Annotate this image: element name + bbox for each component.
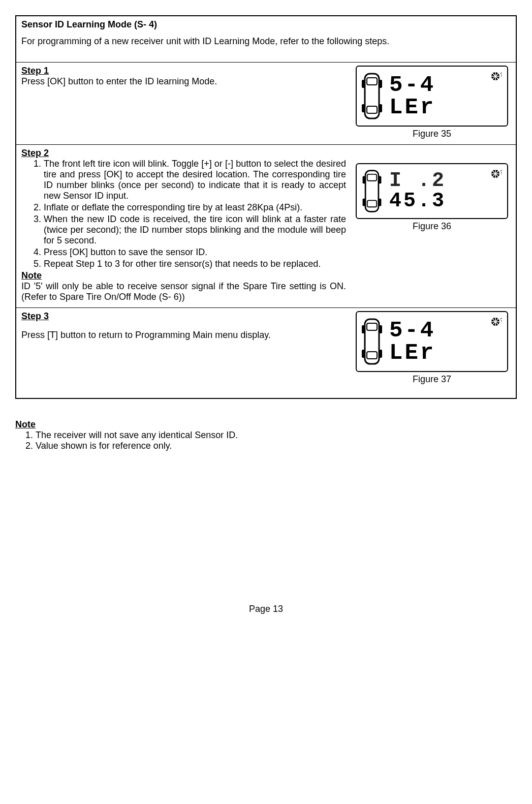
step2-cell: Step 2 The front left tire icon will bli… (16, 145, 516, 308)
step2-note-label: Note (21, 270, 42, 281)
figure37-caption: Figure 37 (413, 374, 451, 385)
step2-item-3: When the new ID code is received, the ti… (44, 214, 346, 246)
svg-text:?: ? (500, 318, 502, 323)
step2-note-text: ID '5' will only be able to receive sens… (21, 281, 346, 302)
lcd-display-fig37: 5-4 LEr ? (356, 311, 508, 372)
step3-cell: Step 3 Press [T] button to return to Pro… (16, 308, 516, 399)
car-icon (360, 315, 384, 368)
step2-item-5: Repeat Step 1 to 3 for other tire sensor… (44, 259, 346, 269)
lcd-line1: 5-4 (389, 74, 435, 96)
instructions-table: Sensor ID Learning Mode (S- 4) For progr… (15, 15, 517, 399)
snowflake-icon: ? (491, 168, 502, 179)
step2-item-4: Press [OK] button to save the sensor ID. (44, 247, 346, 258)
svg-rect-28 (367, 352, 377, 359)
svg-rect-30 (379, 325, 382, 333)
svg-rect-3 (362, 80, 365, 88)
snowflake-icon: ? (491, 316, 502, 327)
svg-text:?: ? (500, 72, 502, 78)
svg-rect-15 (367, 200, 377, 207)
bottom-note-item-2: Value shown is for reference only. (36, 441, 517, 451)
svg-rect-6 (379, 104, 382, 112)
lcd-line2: LEr (389, 342, 435, 364)
lcd-line1: I .2 (389, 171, 446, 191)
svg-rect-14 (367, 174, 377, 181)
lcd-display-fig35: 5-4 LEr ? (356, 66, 508, 127)
figure36-caption: Figure 36 (413, 221, 451, 232)
step1-label: Step 1 (21, 66, 49, 76)
step3-text: Press [T] button to return to Programmin… (21, 330, 271, 340)
step1-text: Press [OK] button to enter the ID learni… (21, 76, 217, 86)
page-number: Page 13 (15, 604, 517, 614)
bottom-note-label: Note (15, 419, 36, 429)
svg-rect-17 (379, 176, 382, 184)
svg-rect-29 (362, 325, 365, 333)
header-cell: Sensor ID Learning Mode (S- 4) For progr… (16, 16, 516, 63)
bottom-note-item-1: The receiver will not save any identical… (36, 430, 517, 441)
car-icon (360, 167, 384, 215)
step1-cell: Step 1 Press [OK] button to enter the ID… (16, 63, 516, 145)
step2-list: The front left tire icon will blink. Tog… (21, 159, 346, 269)
svg-rect-31 (362, 350, 365, 358)
bottom-note: Note The receiver will not save any iden… (15, 419, 517, 451)
svg-rect-5 (362, 104, 365, 112)
lcd-display-fig36: I .2 45.3 ? (356, 163, 508, 219)
section-title: Sensor ID Learning Mode (S- 4) (21, 19, 511, 30)
lcd-line2: 45.3 (389, 191, 446, 211)
svg-rect-4 (379, 80, 382, 88)
svg-rect-16 (363, 176, 366, 184)
figure35-caption: Figure 35 (413, 129, 451, 139)
step2-item-2: Inflate or deflate the corresponding tir… (44, 202, 346, 213)
car-icon (360, 70, 384, 122)
svg-rect-32 (379, 350, 382, 358)
lcd-line2: LEr (389, 96, 435, 118)
step3-label: Step 3 (21, 311, 49, 321)
svg-rect-2 (367, 106, 377, 113)
lcd-line1: 5-4 (389, 319, 435, 342)
bottom-note-list: The receiver will not save any identical… (15, 430, 517, 451)
snowflake-icon: ? (491, 71, 502, 82)
step2-item-1: The front left tire icon will blink. Tog… (44, 159, 346, 201)
svg-rect-1 (367, 78, 377, 85)
svg-text:?: ? (500, 170, 502, 175)
svg-rect-27 (367, 323, 377, 330)
svg-rect-19 (379, 199, 382, 206)
step2-label: Step 2 (21, 148, 49, 158)
section-intro: For programming of a new receiver unit w… (21, 36, 511, 47)
svg-rect-18 (363, 199, 366, 206)
